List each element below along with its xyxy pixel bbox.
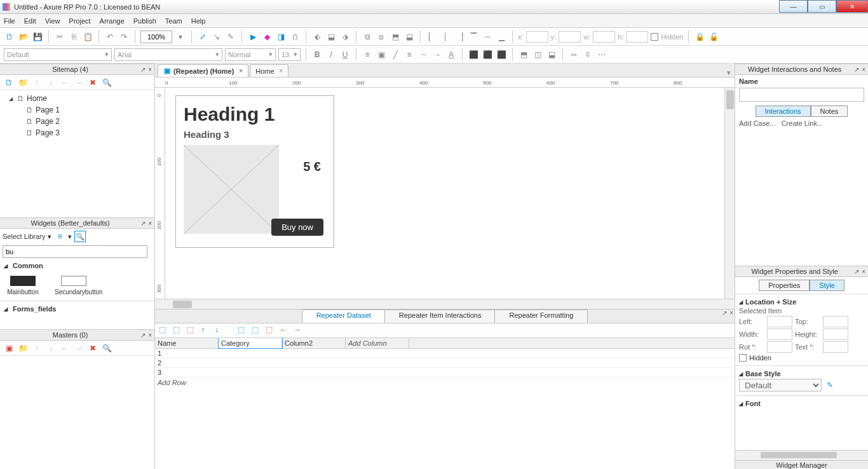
- popout-icon[interactable]: ↗: [854, 66, 859, 73]
- table-row[interactable]: 3: [155, 368, 735, 377]
- repeater-widget[interactable]: Heading 1 Heading 3 5 € Buy now: [175, 95, 334, 248]
- indent-icon[interactable]: →: [74, 343, 84, 353]
- tab-repeater-item-interactions[interactable]: Repeater Item Interactions: [384, 309, 496, 323]
- tab-repeater-dataset[interactable]: Repeater Dataset: [302, 309, 386, 323]
- close-tab-icon[interactable]: ×: [280, 67, 283, 74]
- widget-mainbutton[interactable]: Mainbutton: [4, 276, 42, 296]
- location-size-section[interactable]: Location + Size: [739, 298, 864, 306]
- move-down-icon[interactable]: ↓: [46, 78, 56, 88]
- col-category[interactable]: Category: [219, 338, 282, 348]
- bold-icon[interactable]: B: [311, 49, 323, 60]
- add-column[interactable]: Add Column: [346, 338, 409, 348]
- zoom-dropdown-icon[interactable]: ▾: [175, 31, 186, 43]
- search-icon[interactable]: 🔍: [102, 78, 112, 88]
- underline-icon[interactable]: U: [339, 49, 351, 60]
- popout-icon[interactable]: ↗: [140, 220, 146, 227]
- edit-style-icon[interactable]: ✎: [824, 379, 836, 391]
- top-field[interactable]: [823, 316, 848, 327]
- add-master-folder-icon[interactable]: 📁: [18, 343, 28, 353]
- text-rot-field[interactable]: [823, 341, 848, 353]
- outdent-icon[interactable]: ←: [60, 78, 70, 88]
- menu-publish[interactable]: Publish: [133, 17, 156, 25]
- group-icon[interactable]: ⧉: [362, 31, 373, 43]
- delete-row-icon[interactable]: ⬚: [266, 325, 276, 336]
- spec-icon[interactable]: ⎙: [289, 31, 301, 43]
- preview-icon[interactable]: ▶: [247, 31, 259, 43]
- align-cx-icon[interactable]: │: [440, 31, 451, 43]
- close-panel-icon[interactable]: ×: [148, 332, 152, 339]
- view-dropdown-icon[interactable]: ▾: [68, 233, 72, 241]
- image-placeholder[interactable]: [184, 145, 279, 234]
- tab-interactions[interactable]: Interactions: [756, 105, 811, 117]
- h-field[interactable]: [626, 31, 648, 43]
- add-row-below-icon[interactable]: ⬚: [252, 325, 262, 336]
- publish-icon[interactable]: ◆: [261, 31, 273, 43]
- align-t-icon[interactable]: ▔: [468, 31, 479, 43]
- menu-help[interactable]: Help: [191, 17, 206, 25]
- font-section[interactable]: Font: [739, 400, 864, 407]
- close-tab-icon[interactable]: ×: [239, 67, 243, 74]
- textcolor-icon[interactable]: A: [445, 49, 457, 60]
- menu-project[interactable]: Project: [69, 17, 90, 25]
- widget-filter-input[interactable]: [3, 245, 147, 258]
- row-right-icon[interactable]: →: [294, 325, 304, 336]
- create-link-link[interactable]: Create Link...: [782, 118, 823, 128]
- maximize-button[interactable]: ▭: [808, 0, 836, 13]
- x-field[interactable]: [526, 31, 548, 43]
- section-common[interactable]: Common: [0, 259, 154, 272]
- expand-icon[interactable]: ◢: [9, 96, 14, 102]
- hidden-checkbox[interactable]: [651, 33, 658, 41]
- menu-file[interactable]: File: [4, 17, 15, 25]
- popout-icon[interactable]: ↗: [854, 268, 859, 275]
- connect-mode-icon[interactable]: ↘: [211, 31, 222, 43]
- library-dropdown-icon[interactable]: ▾: [48, 233, 51, 241]
- pen-mode-icon[interactable]: ✎: [225, 31, 236, 43]
- align-right-icon[interactable]: ⬗: [339, 31, 351, 43]
- widget-secondarybutton[interactable]: Secundarybutton: [55, 276, 93, 296]
- col-up-icon[interactable]: ↑: [201, 325, 211, 336]
- close-panel-icon[interactable]: ×: [862, 66, 865, 73]
- table-row[interactable]: 1: [155, 349, 735, 358]
- row-left-icon[interactable]: ←: [280, 325, 290, 336]
- height-field[interactable]: [823, 329, 848, 340]
- horizontal-scrollbar[interactable]: [155, 299, 735, 309]
- unlock-icon[interactable]: 🔓: [708, 31, 719, 43]
- tab-repeater-home[interactable]: ▣ (Repeater) (Home) ×: [158, 64, 248, 77]
- outdent-icon[interactable]: ←: [60, 343, 70, 353]
- font-dropdown[interactable]: Arial▾: [114, 48, 222, 61]
- width-field[interactable]: [767, 329, 792, 340]
- fontsize-dropdown[interactable]: 13▾: [278, 48, 301, 61]
- indent-icon[interactable]: →: [74, 78, 84, 88]
- rot-field[interactable]: [767, 341, 792, 353]
- delete-icon[interactable]: ✖: [88, 343, 98, 353]
- tab-repeater-formatting[interactable]: Repeater Formatting: [494, 309, 588, 323]
- add-row-above-icon[interactable]: ⬚: [238, 325, 248, 336]
- tree-item-page3[interactable]: 🗋 Page 3: [3, 127, 152, 139]
- line-icon[interactable]: ╱: [390, 49, 401, 60]
- select-library-label[interactable]: Select Library: [3, 233, 45, 240]
- align-l-icon[interactable]: ▏: [426, 31, 437, 43]
- y-field[interactable]: [559, 31, 581, 43]
- price-label[interactable]: 5 €: [303, 160, 321, 174]
- linestyle-icon[interactable]: ┄: [417, 49, 429, 60]
- add-page-icon[interactable]: 🗋: [4, 78, 14, 88]
- move-down-icon[interactable]: ↓: [46, 343, 56, 353]
- style-dropdown[interactable]: Default▾: [4, 48, 112, 61]
- left-field[interactable]: [767, 316, 792, 327]
- delete-col-icon[interactable]: ⬚: [187, 325, 197, 336]
- lock-icon[interactable]: 🔒: [694, 31, 705, 43]
- align-r-icon[interactable]: ▕: [454, 31, 465, 43]
- list-view-icon[interactable]: ≡: [54, 231, 65, 242]
- redo-icon[interactable]: ↷: [118, 31, 130, 43]
- tree-item-page2[interactable]: 🗋 Page 2: [3, 116, 152, 127]
- align-center-icon[interactable]: ⬓: [325, 31, 337, 43]
- weight-dropdown[interactable]: Normal▾: [225, 48, 276, 61]
- table-row[interactable]: 2: [155, 358, 735, 368]
- linew-icon[interactable]: ≡: [403, 49, 415, 60]
- close-panel-icon[interactable]: ×: [148, 220, 152, 227]
- talign-left-icon[interactable]: ⬛: [468, 49, 479, 60]
- dist-h-icon[interactable]: ⇿: [568, 49, 580, 60]
- close-panel-icon[interactable]: ×: [862, 268, 865, 275]
- more-icon[interactable]: ⋯: [596, 49, 607, 60]
- talign-right-icon[interactable]: ⬛: [496, 49, 507, 60]
